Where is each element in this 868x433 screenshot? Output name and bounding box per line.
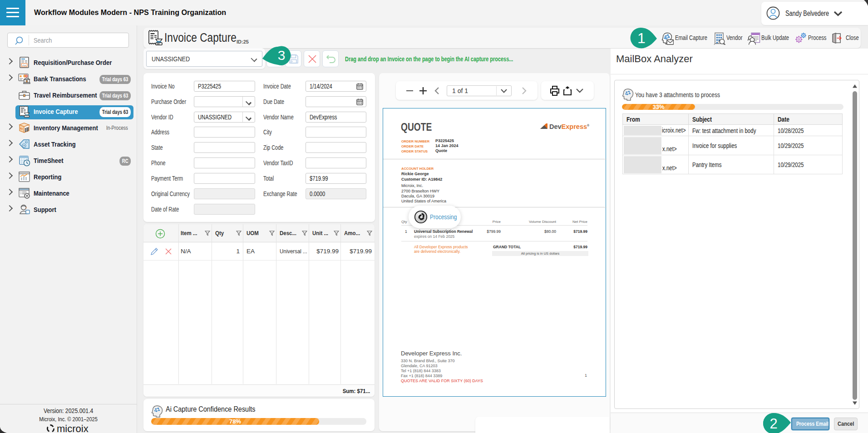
- svg-text:DevExpress®: DevExpress®: [549, 123, 590, 130]
- svg-text:2: 2: [769, 416, 777, 432]
- svg-text:3: 3: [278, 48, 286, 63]
- svg-text:microix: microix: [57, 423, 89, 433]
- svg-text:Sandy Belvedere: Sandy Belvedere: [785, 10, 829, 17]
- svg-text:1: 1: [637, 30, 646, 46]
